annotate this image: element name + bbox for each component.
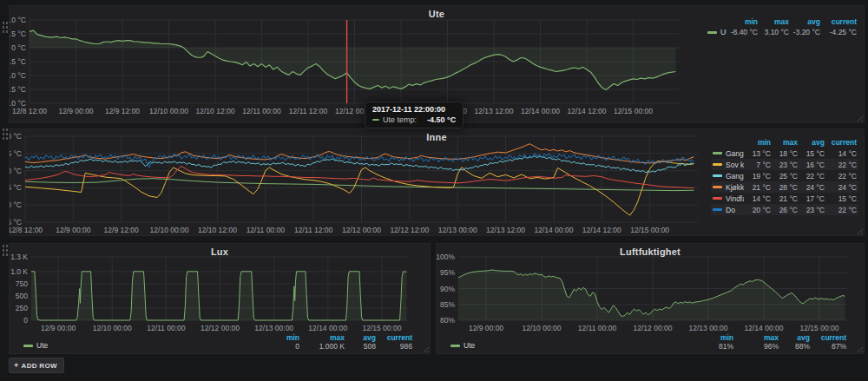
add-row-button[interactable]: + ADD ROW — [9, 358, 64, 373]
y-axis-tick-label: 1.0 K — [10, 267, 28, 276]
x-axis-tick-label: 12/11 00:00 — [578, 324, 617, 332]
legend-series-label[interactable]: Kjøkken — [713, 183, 744, 192]
x-axis-tick-label: 12/13 00:00 — [254, 324, 293, 332]
x-axis-tick-label: 12/11 00:00 — [247, 226, 286, 234]
y-axis-tick-label: -2.5 °C — [10, 57, 26, 66]
x-axis-tick-label: 12/8 12:00 — [10, 226, 43, 234]
legend-value: -8.40 °C — [727, 28, 758, 36]
x-axis-tick-label: 12/13 12:00 — [486, 226, 525, 234]
legend-header-avg: avg — [779, 333, 810, 342]
legend-series-row: Vindfang14 °C21 °C17 °C15 °C — [711, 193, 858, 204]
legend-stats-table: minmaxavgcurrent81%96%88%87% — [699, 333, 846, 351]
tooltip-value: -4.50 °C — [420, 115, 456, 124]
legend-value: 21 °C — [744, 183, 771, 192]
legend-value: 96% — [733, 342, 779, 351]
legend-series-label[interactable]: Sov kjeller — [713, 161, 744, 169]
legend-header-max: max — [299, 333, 345, 342]
x-axis-tick-label: 12/13 00:00 — [438, 226, 477, 234]
x-axis-tick-label: 12/15 00:00 — [362, 324, 401, 332]
legend-series-label[interactable]: Vindfang — [713, 194, 744, 203]
legend-header-max: max — [758, 17, 789, 26]
x-axis-tick-label: 12/9 00:00 — [56, 226, 90, 234]
legend-value: 22 °C — [825, 206, 857, 214]
luftfuktighet-legend: Uteminmaxavgcurrent81%96%88%87% — [450, 333, 846, 351]
legend-header-avg: avg — [789, 17, 820, 26]
legend-value: 1.000 K — [299, 342, 345, 351]
legend-series-label[interactable]: Ute — [450, 341, 475, 351]
inne-legend: minmaxavgcurrentGang kjeller13 °C18 °C15… — [711, 136, 858, 215]
y-axis-tick-label: 20 °C — [10, 167, 22, 175]
legend-series-label[interactable]: Do — [713, 206, 744, 214]
legend-series-label[interactable]: Ute temp — [707, 28, 727, 36]
legend-series-row: Ute temp-8.40 °C3.10 °C-3.20 °C-4.25 °C — [706, 27, 858, 37]
x-axis-tick-label: 12/15 00:00 — [630, 226, 669, 234]
x-axis-tick-label: 12/11 12:00 — [294, 226, 333, 234]
legend-value: 23 °C — [798, 206, 825, 214]
legend-value: 22 °C — [798, 172, 825, 181]
y-axis-tick-label: 0 °C — [11, 43, 26, 52]
legend-series-label[interactable]: Ute — [23, 341, 48, 351]
y-axis-tick-label: 90% — [440, 285, 455, 293]
legend-value: 19 °C — [744, 172, 771, 181]
x-axis-tick-label: 12/15 00:00 — [614, 107, 653, 115]
x-axis-tick-label: 12/9 00:00 — [58, 107, 93, 115]
y-axis-tick-label: 2.5 °C — [10, 30, 26, 38]
legend-series-row: Sov kjeller7 °C23 °C16 °C22 °C — [711, 159, 858, 170]
legend-value: -4.25 °C — [820, 28, 857, 36]
row-drag-handle[interactable] — [2, 128, 8, 141]
x-axis-tick-label: 12/13 00:00 — [689, 324, 728, 332]
x-axis-tick-label: 12/14 00:00 — [745, 324, 784, 332]
y-axis-tick-label: -5.0 °C — [10, 71, 26, 80]
panel-luftfuktighet: Luftfuktighet 100%95%90%85%80%12/9 00:00… — [436, 243, 865, 354]
series-color-dash-icon — [707, 31, 717, 34]
chart-tooltip: 2017-12-11 22:00:00 Ute temp: -4.50 °C — [365, 102, 464, 128]
series-color-dash-icon — [713, 197, 722, 200]
legend-value: 18 °C — [771, 149, 798, 158]
do-series-line — [25, 154, 694, 168]
x-axis-tick-label: 12/8 12:00 — [12, 107, 47, 115]
x-axis-tick-label: 12/10 00:00 — [523, 324, 562, 332]
add-row-label: ADD ROW — [22, 362, 57, 370]
y-axis-tick-label: 500 — [16, 292, 28, 300]
legend-header-row: minmaxavgcurrent — [265, 333, 412, 342]
panel-title-lux[interactable]: Lux — [10, 246, 430, 257]
row-drag-handle[interactable] — [2, 244, 8, 257]
x-axis-tick-label: 12/10 12:00 — [196, 107, 235, 115]
legend-header-current: current — [820, 17, 857, 26]
row-drag-handle[interactable] — [2, 21, 8, 34]
series-color-dash-icon — [23, 345, 33, 347]
legend-header-row: minmaxavgcurrent — [706, 16, 858, 27]
series-color-dash-icon — [713, 152, 722, 154]
legend-value: 81% — [699, 342, 733, 351]
x-axis-tick-label: 12/15 00:00 — [800, 324, 839, 332]
legend-value: 22 °C — [825, 161, 857, 169]
legend-value: 22 °C — [825, 172, 857, 181]
plus-icon: + — [14, 361, 19, 370]
legend-series-label[interactable]: Gang 1 etg — [713, 172, 744, 181]
legend-series-row: Kjøkken21 °C28 °C24 °C24 °C — [711, 181, 858, 193]
legend-value: 26 °C — [771, 206, 798, 214]
legend-value: 87% — [810, 342, 846, 351]
panel-title-luftfuktighet[interactable]: Luftfuktighet — [437, 246, 864, 257]
legend-value: 21 °C — [771, 194, 798, 203]
legend-value: 20 °C — [744, 206, 771, 214]
lux-legend: Uteminmaxavgcurrent01.000 K508986 — [23, 333, 412, 351]
panel-inne: Inne 30 °C25 °C20 °C15 °C10 °C5 °C12/8 1… — [9, 128, 865, 236]
legend-header-current: current — [376, 333, 412, 342]
legend-value: 23 °C — [771, 161, 798, 169]
legend-value: 3.10 °C — [758, 28, 789, 36]
legend-value: 13 °C — [744, 149, 771, 158]
legend-value: 88% — [779, 342, 810, 351]
legend-series-label[interactable]: Gang kjeller — [713, 149, 744, 158]
panel-lux: Lux 1.3 K1.0 K750500250012/9 00:0012/10 … — [9, 243, 431, 354]
legend-value: 24 °C — [825, 183, 857, 192]
legend-value: 24 °C — [798, 183, 825, 192]
legend-header-current: current — [810, 333, 846, 342]
legend-header-min: min — [699, 333, 733, 342]
y-axis-tick-label: 25 °C — [10, 149, 22, 158]
legend-header-min: min — [744, 138, 771, 147]
legend-header-avg: avg — [345, 333, 376, 342]
legend-value: 986 — [376, 342, 412, 351]
ute-legend: minmaxavgcurrentUte temp-8.40 °C3.10 °C-… — [706, 16, 858, 37]
series-color-dash-icon — [713, 163, 722, 166]
